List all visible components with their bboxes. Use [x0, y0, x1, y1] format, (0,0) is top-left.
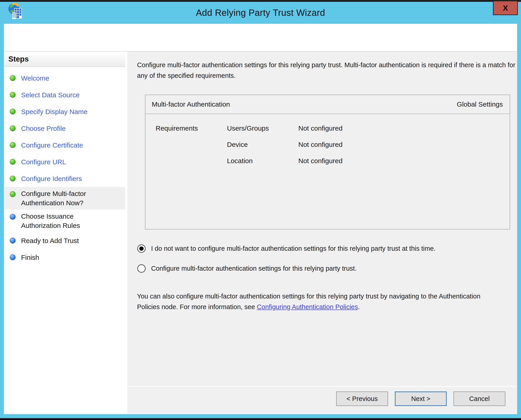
window-title: Add Relying Party Trust Wizard: [196, 8, 325, 18]
mfa-row-value: Not configured: [298, 157, 510, 165]
mfa-row-value: Not configured: [298, 141, 510, 149]
cancel-button[interactable]: Cancel: [453, 391, 505, 406]
step-current-icon: [10, 191, 16, 197]
mfa-settings-table: Multi-factor Authentication Global Setti…: [145, 95, 510, 229]
step-done-icon: [10, 176, 16, 181]
adfs-app-icon: [8, 2, 23, 19]
sidebar-item-configure-certificate[interactable]: Configure Certificate: [4, 137, 125, 153]
close-icon: X: [503, 4, 508, 12]
mfa-row-value: Not configured: [298, 124, 510, 132]
top-edge-strip: [0, 0, 521, 2]
next-button[interactable]: Next >: [395, 391, 447, 406]
steps-list: Welcome Select Data Source Specify Displ…: [4, 67, 125, 266]
wizard-header-band: [4, 24, 517, 52]
step-done-icon: [10, 92, 16, 98]
sidebar-item-configure-identifiers[interactable]: Configure Identifiers: [4, 170, 125, 187]
step-content-panel: Configure multi-factor authentication se…: [127, 52, 517, 386]
titlebar[interactable]: Add Relying Party Trust Wizard: [0, 2, 521, 24]
sidebar-item-configure-url[interactable]: Configure URL: [4, 153, 125, 170]
mfa-row-label: [156, 157, 227, 165]
close-button[interactable]: X: [493, 1, 518, 15]
step-done-icon: [10, 75, 16, 81]
mfa-table-title: Multi-factor Authentication: [152, 100, 230, 108]
mfa-table-rows: Requirements Users/Groups Not configured…: [145, 114, 510, 165]
previous-button[interactable]: < Previous: [336, 391, 388, 406]
steps-sidebar: Steps Welcome Select Data Source Specify…: [4, 52, 125, 414]
bottom-edge-strip: [0, 418, 521, 420]
button-bar: < Previous Next > Cancel: [127, 387, 517, 414]
mfa-row-category: Device: [227, 141, 298, 149]
sidebar-item-ready-to-add-trust[interactable]: Ready to Add Trust: [4, 232, 125, 249]
wizard-window: Add Relying Party Trust Wizard X: [0, 0, 521, 420]
steps-header: Steps: [4, 52, 125, 67]
mfa-row-category: Location: [227, 157, 298, 165]
sidebar-item-choose-profile[interactable]: Choose Profile: [4, 120, 125, 137]
radio-option-configure-mfa[interactable]: Configure multi-factor authentication se…: [137, 264, 357, 273]
step-upcoming-icon: [10, 254, 16, 260]
mfa-row-label: Requirements: [156, 124, 227, 132]
sidebar-item-specify-display-name[interactable]: Specify Display Name: [4, 103, 125, 120]
sidebar-item-finish[interactable]: Finish: [4, 249, 125, 266]
step-upcoming-icon: [10, 214, 16, 220]
mfa-row-label: [156, 141, 227, 149]
sidebar-item-choose-issuance-authorization-rules[interactable]: Choose Issuance Authorization Rules: [4, 210, 125, 232]
intro-text: Configure multi-factor authentication se…: [137, 60, 521, 81]
sidebar-item-configure-mfa-now[interactable]: Configure Multi-factor Authentication No…: [4, 187, 125, 210]
step-upcoming-icon: [10, 238, 16, 243]
step-done-icon: [10, 109, 16, 114]
radio-selected-icon[interactable]: [137, 244, 146, 253]
radio-option-skip-mfa[interactable]: I do not want to configure multi-factor …: [137, 244, 435, 253]
step-done-icon: [10, 142, 16, 148]
configuring-authentication-policies-link[interactable]: Configuring Authentication Policies: [257, 303, 358, 310]
mfa-global-settings-label: Global Settings: [457, 100, 503, 108]
sidebar-item-select-data-source[interactable]: Select Data Source: [4, 86, 125, 103]
footnote-text: You can also configure multi-factor auth…: [137, 291, 490, 312]
step-done-icon: [10, 125, 16, 131]
sidebar-item-welcome[interactable]: Welcome: [4, 70, 125, 86]
radio-unselected-icon[interactable]: [137, 264, 146, 273]
step-done-icon: [10, 159, 16, 165]
dialog-body: Steps Welcome Select Data Source Specify…: [4, 24, 517, 414]
mfa-row-category: Users/Groups: [227, 124, 298, 132]
steps-heading: Steps: [8, 55, 29, 63]
